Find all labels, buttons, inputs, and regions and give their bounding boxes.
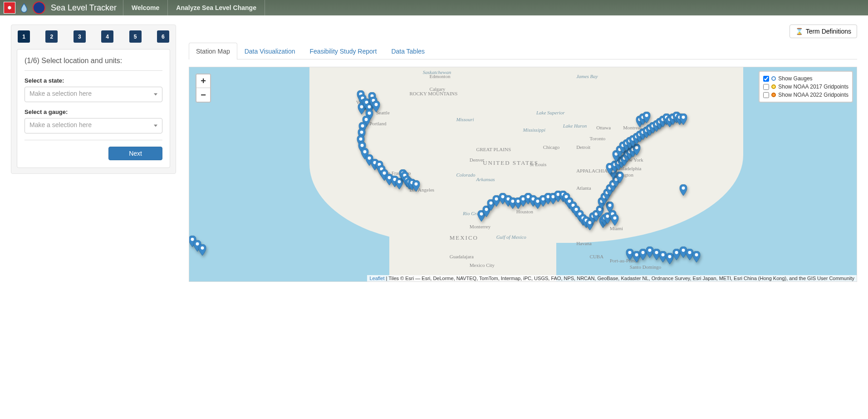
svg-point-13: [359, 137, 363, 140]
nav-welcome[interactable]: Welcome: [123, 0, 167, 15]
navbar-logos: ⬢: [0, 0, 49, 15]
step-pill-6[interactable]: 6: [157, 30, 169, 43]
svg-point-29: [415, 182, 418, 186]
svg-point-118: [688, 251, 691, 254]
nav-analyze[interactable]: Analyze Sea Level Change: [167, 0, 265, 15]
step-pill-3[interactable]: 3: [74, 30, 86, 43]
svg-point-107: [645, 114, 648, 117]
usace-logo-icon: ⬢: [4, 2, 15, 14]
sidebar: 1 2 3 4 5 6 (1/6) Select location and un…: [11, 25, 176, 174]
legend-row-2022: Show NOAA 2022 Gridpoints: [763, 91, 848, 99]
tab-feasibility-report[interactable]: Feasibility Study Report: [303, 43, 384, 59]
attribution-text: | Tiles © Esri — Esri, DeLorme, NAVTEQ, …: [384, 276, 854, 281]
map-marker[interactable]: [611, 214, 619, 226]
svg-point-73: [618, 174, 621, 177]
step-panel: (1/6) Select location and units: Select …: [17, 49, 170, 168]
zoom-control: + −: [196, 74, 211, 103]
legend-dot-orange-icon: [771, 93, 776, 97]
svg-point-64: [608, 204, 611, 207]
hourglass-icon: ⌛: [795, 28, 803, 35]
svg-point-111: [642, 251, 645, 254]
map-marker[interactable]: [199, 244, 206, 256]
svg-point-36: [495, 197, 498, 201]
svg-point-115: [668, 255, 672, 258]
zoom-in-button[interactable]: +: [196, 74, 210, 88]
sidebar-well: 1 2 3 4 5 6 (1/6) Select location and un…: [11, 25, 176, 174]
step-title: (1/6) Select location and units:: [25, 57, 162, 65]
term-definitions-label: Term Definitions: [806, 28, 851, 35]
map-marker[interactable]: [372, 101, 380, 112]
svg-point-117: [682, 249, 685, 252]
svg-point-10: [364, 118, 368, 121]
state-select[interactable]: Make a selection here: [25, 87, 162, 102]
gauge-select[interactable]: Make a selection here: [25, 118, 162, 133]
svg-point-12: [360, 131, 363, 134]
next-button[interactable]: Next: [108, 147, 162, 160]
gauge-label: Select a gauge:: [25, 108, 162, 115]
map[interactable]: EdmontonSaskatchewanCalgaryVancouverSeat…: [189, 67, 857, 282]
svg-point-14: [361, 144, 364, 147]
svg-point-119: [695, 253, 698, 256]
svg-point-113: [655, 251, 658, 254]
chevron-down-icon: [154, 125, 157, 127]
zoom-out-button[interactable]: −: [196, 88, 210, 102]
main-container: 1 2 3 4 5 6 (1/6) Select location and un…: [0, 15, 868, 291]
step-pill-5[interactable]: 5: [129, 30, 142, 43]
svg-point-11: [361, 124, 364, 128]
map-marker[interactable]: [642, 112, 650, 123]
main-content: ⌛ Term Definitions Station Map Data Visu…: [189, 25, 857, 282]
svg-point-32: [201, 246, 204, 250]
legend-label-2017: Show NOAA 2017 Gridpoints: [778, 84, 848, 90]
legend-row-gauges: Show Gauges: [763, 74, 848, 83]
map-marker[interactable]: [616, 172, 623, 183]
svg-point-66: [613, 217, 617, 220]
map-legend: Show Gauges Show NOAA 2017 Gridpoints Sh…: [759, 71, 853, 103]
leaflet-link[interactable]: Leaflet: [369, 276, 384, 281]
divider: [25, 140, 162, 140]
svg-point-116: [675, 251, 678, 254]
map-marker[interactable]: [679, 113, 687, 125]
svg-point-9: [368, 112, 371, 115]
legend-dot-blue-icon: [771, 76, 776, 81]
gauge-select-value: Make a selection here: [29, 121, 92, 128]
chevron-down-icon: [154, 94, 157, 96]
state-label: Select a state:: [25, 77, 162, 84]
legend-checkbox-gauges[interactable]: [763, 76, 769, 82]
svg-point-109: [628, 251, 631, 254]
navbar: ⬢ Sea Level Tracker Welcome Analyze Sea …: [0, 0, 868, 15]
step-pill-4[interactable]: 4: [101, 30, 113, 43]
legend-label-gauges: Show Gauges: [778, 75, 812, 82]
climate-logo-icon: [18, 2, 30, 14]
legend-row-2017: Show NOAA 2017 Gridpoints: [763, 83, 848, 91]
svg-point-108: [682, 187, 685, 190]
tabs: Station Map Data Visualization Feasibili…: [189, 43, 857, 59]
map-background: [189, 67, 857, 281]
term-definitions-button[interactable]: ⌛ Term Definitions: [790, 25, 857, 38]
svg-point-104: [682, 116, 685, 119]
map-marker[interactable]: [412, 180, 420, 192]
svg-point-114: [662, 253, 665, 256]
map-marker[interactable]: [692, 251, 700, 262]
svg-point-15: [363, 150, 366, 153]
top-row: ⌛ Term Definitions: [189, 25, 857, 38]
map-attribution: Leaflet | Tiles © Esri — Esri, DeLorme, …: [367, 275, 857, 281]
divider: [25, 70, 162, 71]
svg-point-110: [635, 253, 638, 256]
tab-station-map[interactable]: Station Map: [189, 43, 237, 59]
legend-checkbox-2022[interactable]: [763, 92, 769, 98]
step-pill-1[interactable]: 1: [18, 30, 30, 43]
legend-dot-yellow-icon: [771, 84, 776, 89]
tab-data-tables[interactable]: Data Tables: [384, 43, 432, 59]
step-pills: 1 2 3 4 5 6: [17, 30, 170, 43]
tab-data-visualization[interactable]: Data Visualization: [237, 43, 303, 59]
legend-checkbox-2017[interactable]: [763, 84, 769, 90]
svg-point-8: [374, 103, 378, 106]
state-select-value: Make a selection here: [29, 90, 92, 97]
step-pill-2[interactable]: 2: [45, 30, 58, 43]
app-title: Sea Level Tracker: [49, 0, 123, 15]
seal-logo-icon: [33, 1, 45, 14]
svg-point-112: [648, 249, 652, 252]
legend-label-2022: Show NOAA 2022 Gridpoints: [778, 92, 848, 98]
map-marker[interactable]: [679, 184, 687, 196]
